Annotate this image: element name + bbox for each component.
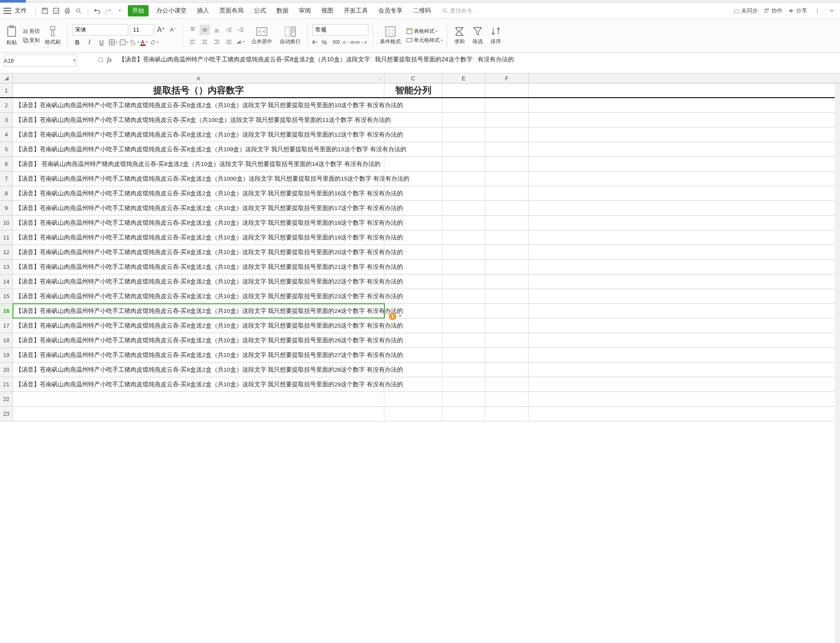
- tab-member[interactable]: 会员专享: [375, 5, 406, 16]
- cell[interactable]: 【汤音】苍南矾山肉燕温州特产小吃手工猪肉皮馄饨燕皮云吞-买8盒送2盒（共10盒）…: [13, 318, 384, 333]
- cell[interactable]: [485, 333, 529, 347]
- valign-top-icon[interactable]: [187, 25, 198, 35]
- command-search[interactable]: 查找命令...: [442, 7, 477, 15]
- row-header[interactable]: 23: [0, 407, 13, 421]
- cell[interactable]: [442, 98, 485, 112]
- cell[interactable]: 【汤音】 苍南矾山肉燕温州特产猪肉皮馄饨燕皮云吞-买8盒送2盒（共10盒）这段文…: [13, 157, 384, 171]
- cell[interactable]: [384, 201, 442, 215]
- cell[interactable]: [384, 113, 442, 127]
- cell[interactable]: [13, 407, 384, 421]
- cell[interactable]: [442, 318, 485, 333]
- border-button[interactable]: ▾: [108, 39, 117, 46]
- row-header[interactable]: 8: [0, 186, 13, 201]
- cell[interactable]: [485, 318, 529, 333]
- paste-group[interactable]: 粘贴: [3, 25, 20, 46]
- tab-start[interactable]: 开始: [128, 5, 149, 16]
- cell[interactable]: 【汤音】苍南矾山肉燕温州特产小吃手工猪肉皮馄饨燕皮云吞-买8盒送2盒（共10盒）…: [13, 348, 384, 362]
- row-header[interactable]: 19: [0, 348, 13, 362]
- cell[interactable]: [384, 407, 442, 421]
- italic-button[interactable]: I: [84, 37, 95, 48]
- cell[interactable]: [485, 392, 529, 406]
- row-header[interactable]: 6: [0, 157, 13, 171]
- sort-group[interactable]: 排序: [488, 26, 504, 45]
- row-header[interactable]: 10: [0, 216, 13, 230]
- cell[interactable]: [485, 348, 529, 362]
- cell[interactable]: [442, 186, 485, 201]
- row-header[interactable]: 3: [0, 113, 13, 127]
- percent-button[interactable]: %: [319, 37, 330, 48]
- cell[interactable]: 【汤音】苍南矾山肉燕温州特产小吃手工猪肉皮馄饨燕皮云吞-买8盒送2盒（共109盒…: [13, 142, 384, 156]
- cell[interactable]: [485, 304, 529, 318]
- undo-icon[interactable]: [92, 6, 102, 16]
- bold-button[interactable]: B: [72, 37, 82, 48]
- cell[interactable]: [384, 260, 442, 274]
- cell[interactable]: [485, 83, 529, 97]
- cell[interactable]: [485, 113, 529, 127]
- row-header[interactable]: 18: [0, 333, 13, 347]
- column-header-a[interactable]: A⌵: [13, 73, 384, 83]
- column-header-c[interactable]: C: [384, 73, 442, 83]
- format-painter-group[interactable]: 格式刷: [42, 25, 63, 46]
- row-header[interactable]: 16: [0, 304, 13, 318]
- cell[interactable]: [384, 216, 442, 230]
- print-icon[interactable]: [63, 6, 72, 16]
- title-cell-c[interactable]: 智能分列: [384, 83, 442, 97]
- cell[interactable]: 【汤音】苍南矾山肉燕温州特产小吃手工猪肉皮馄饨燕皮云吞-买8盒送2盒（共10盒）…: [13, 186, 384, 201]
- quick-access-dropdown[interactable]: ▼: [115, 6, 124, 16]
- row-header[interactable]: 22: [0, 392, 13, 406]
- cell[interactable]: [384, 186, 442, 201]
- row-header[interactable]: 15: [0, 289, 13, 303]
- cell[interactable]: 【汤音】苍南矾山肉燕温州特产小吃手工猪肉皮馄饨燕皮云吞-买8盒送2盒（共1000…: [13, 172, 384, 186]
- row-header[interactable]: 4: [0, 127, 13, 142]
- conditional-format-group[interactable]: 条件格式: [377, 26, 403, 45]
- increase-decimal-icon[interactable]: .0→.00: [343, 37, 354, 48]
- cell[interactable]: [442, 127, 485, 142]
- tab-review[interactable]: 审阅: [295, 5, 314, 16]
- row-header[interactable]: 21: [0, 377, 13, 392]
- cell[interactable]: [384, 348, 442, 362]
- decrease-font-icon[interactable]: A⁻: [168, 25, 178, 35]
- cell[interactable]: 【汤音】苍南矾山肉燕温州特产小吃手工猪肉皮馄饨燕皮云吞-买8盒送2盒（共10盒）…: [13, 260, 384, 274]
- tab-formula[interactable]: 公式: [250, 5, 269, 16]
- align-right-icon[interactable]: [212, 37, 222, 47]
- table-style-button[interactable]: 表格样式▾: [406, 28, 443, 35]
- cell[interactable]: 【汤音】苍南矾山肉燕温州特产小吃手工猪肉皮馄饨燕皮云吞-买8盒送2盒（共10盒）…: [13, 333, 384, 347]
- cell[interactable]: [485, 186, 529, 201]
- share-button[interactable]: 分享: [788, 7, 807, 15]
- save-as-icon[interactable]: [51, 6, 61, 16]
- cell[interactable]: [485, 157, 529, 171]
- row-header[interactable]: 5: [0, 142, 13, 156]
- orientation-button[interactable]: ab▾: [236, 38, 245, 45]
- row-header[interactable]: 12: [0, 245, 13, 259]
- cell[interactable]: [442, 157, 485, 171]
- align-left-icon[interactable]: [187, 37, 198, 47]
- row-header[interactable]: 1: [0, 83, 13, 97]
- cell[interactable]: [442, 216, 485, 230]
- cell[interactable]: [384, 363, 442, 377]
- save-icon[interactable]: [40, 6, 50, 16]
- valign-middle-icon[interactable]: [200, 25, 210, 35]
- cell[interactable]: [442, 172, 485, 186]
- copy-button[interactable]: 复制: [22, 37, 40, 44]
- cell[interactable]: [485, 98, 529, 112]
- cell[interactable]: [384, 172, 442, 186]
- tab-developer[interactable]: 开发工具: [340, 5, 371, 16]
- cell[interactable]: [442, 230, 485, 245]
- cell[interactable]: [384, 274, 442, 289]
- file-menu[interactable]: 文件: [15, 7, 27, 15]
- cell-style-button[interactable]: 单元格样式▾: [406, 37, 443, 44]
- error-indicator-icon[interactable]: !: [389, 312, 396, 320]
- font-name-select[interactable]: [72, 24, 128, 35]
- cell[interactable]: 【汤音】苍南矾山肉燕温州特产小吃手工猪肉皮馄饨燕皮云吞-买8盒（共100盒）这段…: [13, 113, 384, 127]
- fill-pattern-button[interactable]: ▾: [119, 39, 128, 46]
- column-header-e[interactable]: E: [442, 73, 485, 83]
- cell[interactable]: [384, 392, 442, 406]
- merge-center-group[interactable]: 合并居中: [249, 26, 275, 45]
- row-header[interactable]: 9: [0, 201, 13, 215]
- cell[interactable]: [442, 83, 485, 97]
- redo-icon[interactable]: [104, 6, 113, 16]
- cell[interactable]: [442, 304, 485, 318]
- cell[interactable]: 【汤音】苍南矾山肉燕温州特产小吃手工猪肉皮馄饨燕皮云吞-买8盒送2盒（共10盒）…: [13, 216, 384, 230]
- formula-content[interactable]: 【汤音】苍南矾山肉燕温州特产小吃手工猪肉皮馄饨燕皮云吞-买8盒送2盒（共10盒）…: [115, 53, 840, 67]
- row-header[interactable]: 17: [0, 318, 13, 333]
